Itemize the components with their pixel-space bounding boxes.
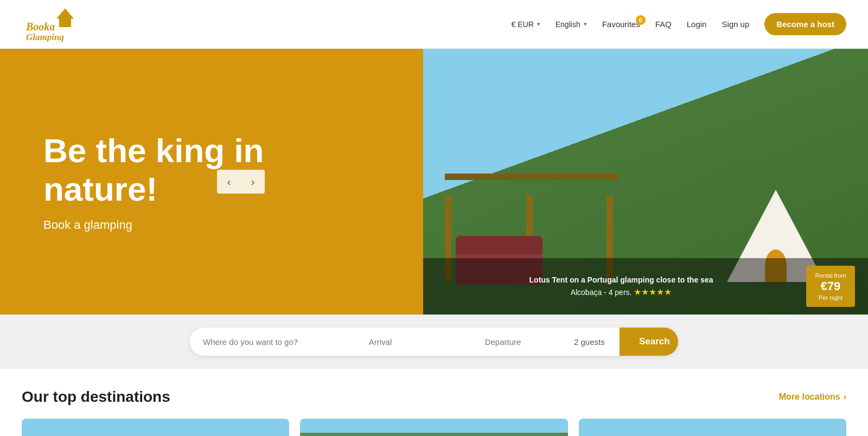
destination-cards: the — [22, 419, 846, 436]
site-header: Booka Glamping € EUR ▾ English ▾ Favouri… — [0, 0, 868, 49]
guests-select[interactable]: 2 guests 1 guest 3 guests 4 guests 5+ gu… — [564, 329, 620, 355]
hero-info-bar: Lotus Tent on a Portugal glamping close … — [423, 258, 868, 315]
search-button[interactable]: Search — [620, 328, 678, 356]
logo[interactable]: Booka Glamping — [22, 7, 108, 42]
listing-location: Alcobaça - 4 pers. — [571, 288, 632, 297]
language-selector[interactable]: English ▾ — [556, 20, 587, 29]
card-vineyard-bg — [300, 419, 567, 436]
price-amount: €79 — [815, 279, 846, 293]
svg-text:Booka: Booka — [25, 21, 55, 33]
destination-card-marina[interactable]: the — [579, 419, 846, 436]
hero-listing-info: Lotus Tent on a Portugal glamping close … — [436, 274, 806, 299]
language-chevron-icon: ▾ — [584, 21, 587, 28]
destination-input[interactable] — [190, 329, 319, 355]
favourites-link[interactable]: Favourites 0 — [602, 20, 640, 29]
currency-chevron-icon: ▾ — [537, 21, 540, 28]
favourites-badge: 0 — [636, 15, 646, 25]
next-slide-button[interactable]: › — [241, 170, 265, 194]
svg-rect-1 — [59, 18, 71, 27]
destination-card-vineyard[interactable] — [300, 419, 567, 436]
listing-name: Lotus Tent on a Portugal glamping close … — [436, 274, 806, 286]
destination-card-mountains[interactable] — [22, 419, 289, 436]
hero-image-panel: Lotus Tent on a Portugal glamping close … — [423, 49, 868, 315]
hero-subheading: Book a glamping — [43, 218, 380, 232]
faq-link[interactable]: FAQ — [655, 20, 672, 29]
top-nav: € EUR ▾ English ▾ Favourites 0 FAQ Login… — [512, 13, 846, 35]
svg-text:Glamping: Glamping — [26, 32, 64, 42]
card-marina-bg — [579, 419, 846, 436]
search-bar: 2 guests 1 guest 3 guests 4 guests 5+ gu… — [190, 328, 678, 356]
become-host-button[interactable]: Become a host — [764, 13, 846, 35]
more-locations-label: More locations — [779, 392, 840, 402]
prev-slide-button[interactable]: ‹ — [217, 170, 241, 194]
price-badge: Rental from €79 Per night — [806, 266, 855, 307]
hero-text-panel: Be the king in nature! Book a glamping — [0, 49, 423, 315]
language-label: English — [556, 20, 580, 29]
departure-input[interactable] — [442, 329, 564, 355]
price-label: Rental from — [815, 272, 846, 279]
favourites-label: Favourites — [602, 20, 640, 29]
search-bar-section: 2 guests 1 guest 3 guests 4 guests 5+ gu… — [0, 315, 868, 369]
hero-heading: Be the king in nature! — [43, 131, 380, 209]
svg-marker-0 — [57, 9, 73, 18]
destinations-section: Our top destinations More locations › th… — [0, 369, 868, 436]
hero-navigation: ‹ › — [217, 170, 265, 194]
currency-label: € EUR — [512, 20, 534, 29]
arrival-input[interactable] — [319, 329, 442, 355]
card-mountains-bg — [22, 419, 289, 436]
more-locations-link[interactable]: More locations › — [779, 392, 846, 402]
more-locations-arrow-icon: › — [844, 392, 846, 402]
price-per: Per night — [819, 294, 843, 301]
currency-selector[interactable]: € EUR ▾ — [512, 20, 540, 29]
signup-link[interactable]: Sign up — [722, 20, 749, 29]
hero-section: Be the king in nature! Book a glamping — [0, 49, 868, 315]
destinations-header: Our top destinations More locations › — [22, 388, 846, 406]
login-link[interactable]: Login — [687, 20, 707, 29]
destinations-title: Our top destinations — [22, 388, 170, 406]
listing-stars: ★★★★★ — [634, 287, 672, 297]
